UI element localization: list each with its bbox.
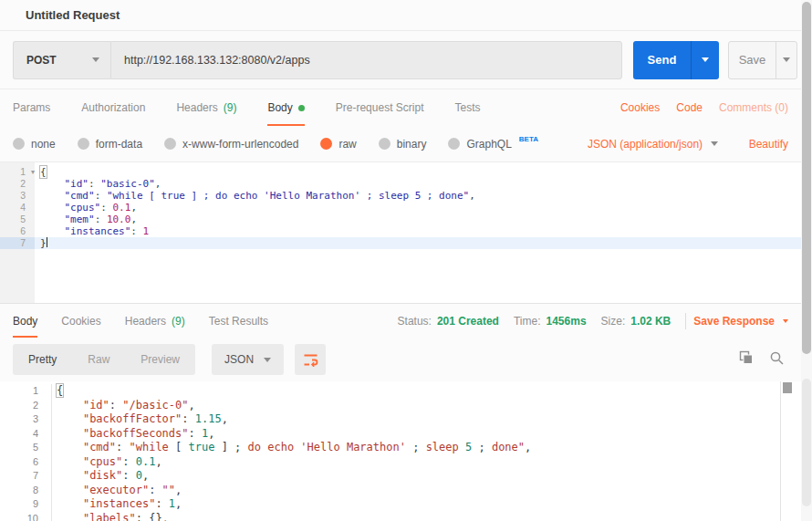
token: : [100,202,112,214]
token: {}, [149,512,169,521]
body-type-none[interactable]: none [13,138,56,151]
tab-body[interactable]: Body [267,89,304,126]
meta-value: 1.02 KB [630,315,671,328]
view-raw[interactable]: Raw [72,353,125,366]
tab-authorization[interactable]: Authorization [81,89,145,126]
radio-icon [13,138,25,150]
code-text: "backoffFactor": 1.15, [52,412,228,427]
tab-tests[interactable]: Tests [454,89,480,126]
line-number: 6 [0,225,35,237]
wrap-text-button[interactable] [295,344,326,375]
copy-icon [738,349,755,366]
save-button[interactable]: Save [729,42,776,78]
chevron-down-icon [783,57,790,62]
link-cookies[interactable]: Cookies [620,101,660,114]
editor-scrollbar-thumb[interactable] [783,382,792,393]
code-line: 2 "id": "basic-0", [0,178,812,190]
tab-label: Cookies [61,315,100,328]
view-pretty[interactable]: Pretty [13,353,72,366]
response-tab-test-results[interactable]: Test Results [209,304,268,338]
send-options-button[interactable] [691,41,719,79]
search-button[interactable] [769,350,785,370]
token: : [122,469,135,482]
view-preview[interactable]: Preview [125,353,195,366]
line-number: 5 [0,214,35,225]
code-text: "mem": 10.0, [35,214,137,225]
response-tab-headers[interactable]: Headers(9) [125,304,185,338]
content-type-label: JSON (application/json) [588,138,703,151]
token: : [109,399,122,412]
body-type-x-www-form-urlencoded[interactable]: x-www-form-urlencoded [164,138,298,151]
code-text: { [35,166,47,178]
radio-label: binary [397,138,427,151]
url-input[interactable]: http://192.168.133.132:8080/v2/apps [110,41,622,79]
code-line: 7} [0,237,812,249]
page-scrollbar[interactable] [801,0,812,521]
token [40,190,65,202]
line-number: 4 [0,202,35,214]
beautify-button[interactable]: Beautify [749,138,788,151]
tab-params[interactable]: Params [13,89,50,126]
response-tab-cookies[interactable]: Cookies [61,304,100,338]
save-options-button[interactable] [776,42,796,78]
token: : [136,512,149,521]
save-response-label: Save Response [693,315,775,328]
response-tab-body[interactable]: Body [13,304,37,338]
save-response-button[interactable]: Save Response [693,315,788,328]
radio-label: raw [338,138,356,151]
url-text: http://192.168.133.132:8080/v2/apps [124,54,310,67]
method-select[interactable]: POST [13,41,110,79]
code-text: "cmd": "while [ true ] ; do echo 'Hello … [35,190,475,202]
tab-pre-request-script[interactable]: Pre-request Script [336,89,424,126]
body-type-graphql[interactable]: GraphQLBETA [448,138,538,151]
radio-icon [448,138,460,150]
token: "cmd" [83,441,116,453]
body-type-binary[interactable]: binary [379,138,427,151]
copy-button[interactable] [738,349,755,370]
code-text: { [52,384,63,399]
link-code[interactable]: Code [676,101,703,114]
code-line: 4 "backoffSeconds": 1, [0,427,812,442]
code-line: 4 "cpus": 0.1, [0,202,812,214]
send-button[interactable]: Send [633,41,691,79]
request-title-bar: Untitled Request [0,0,812,31]
token [57,469,83,482]
token: } [40,237,47,249]
tab-label: Test Results [209,315,268,328]
code-text: "cmd": "while [ true ] ; do echo 'Hello … [52,441,531,455]
editor-scrollbar[interactable] [780,381,792,521]
radio-label: form-data [96,138,142,151]
request-tabs: ParamsAuthorizationHeaders(9)BodyPre-req… [0,89,812,126]
response-body-editor[interactable]: 1{2 "id": "/basic-0",3 "backoffFactor": … [0,381,812,521]
page-scrollbar-thumb[interactable] [802,2,811,354]
body-type-raw[interactable]: raw [320,138,356,151]
token: "basic-0" [100,178,155,190]
code-line: 8 "executor": "", [0,484,812,498]
request-body-editor[interactable]: 1▾{2 "id": "basic-0",3 "cmd": "while [ t… [0,162,812,303]
response-meta-pairs: Status:201 CreatedTime:1456msSize:1.02 K… [383,315,671,328]
tab-headers[interactable]: Headers(9) [176,89,236,126]
code-text: "id": "/basic-0", [52,399,195,413]
content-type-select[interactable]: JSON (application/json) [588,138,718,151]
link-comments-0[interactable]: Comments (0) [719,101,788,114]
method-label: POST [26,54,57,67]
code-line: 3 "cmd": "while [ true ] ; do echo 'Hell… [0,190,812,202]
tab-label: Params [13,101,50,114]
code-text: "disk": 0, [52,469,149,484]
token [40,214,65,225]
token: "cmd" [65,190,95,202]
token: "while [129,441,175,453]
line-number: 9 [0,497,52,512]
response-format-select[interactable]: JSON [212,344,284,375]
body-type-form-data[interactable]: form-data [78,138,142,151]
token: sleep [426,441,465,453]
code-line: 9 "instances": 1, [0,497,812,512]
fold-caret-icon[interactable]: ▾ [31,166,35,178]
code-text: "cpus": 0.1, [35,202,137,214]
line-number: 3 [0,190,35,202]
line-number: 2 [0,178,35,190]
meta-label: Time: [514,315,541,328]
chevron-down-icon [783,319,788,323]
meta-label: Status: [398,315,432,328]
page-scrollbar-thumb-secondary[interactable] [802,379,811,506]
